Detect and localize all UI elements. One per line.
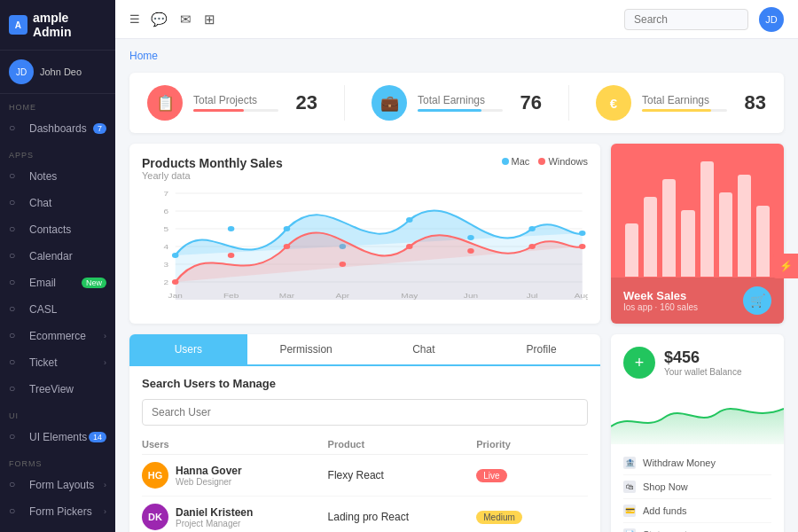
wallet-amount: $456 [664,348,741,367]
sidebar-badge-email: New [82,278,106,288]
user-priority-daniel: Medium [476,510,588,524]
menu-icon[interactable]: ☰ [129,12,140,26]
wallet-action-icon-shop: 🛍 [623,481,636,493]
sidebar-item-form-pickers[interactable]: ○Form Pickers› [0,498,115,525]
stat-earnings2-value: 83 [745,91,766,114]
sidebar-section-label-home: HOME [0,94,115,115]
sidebar-user-avatar: JD [9,59,34,84]
week-cart-button[interactable]: 🛒 [743,286,771,315]
wallet-action-shop[interactable]: 🛍Shop Now [623,475,771,499]
svg-point-21 [228,253,235,258]
svg-point-26 [528,244,536,249]
sidebar-sections: HOME○Dashboards7APPS○Notes○Chat○Contacts… [0,94,115,532]
sidebar-item-notes[interactable]: ○Notes [0,163,115,190]
sidebar-item-form-layouts[interactable]: ○Form Layouts› [0,472,115,498]
user-product-daniel: Lading pro React [328,511,477,523]
stat-earnings-label: Total Earnings [418,94,503,106]
middle-row: Products Monthly Sales Yearly data Mac W… [129,144,784,324]
ticket-icon: ○ [9,356,23,370]
week-bar-7 [756,206,770,277]
stat-total-projects: 📋 Total Projects 23 [147,85,317,121]
breadcrumb[interactable]: Home [129,50,784,62]
week-bar-4 [700,161,714,277]
svg-point-12 [172,253,179,258]
sidebar-item-casl[interactable]: ○CASL [0,296,115,323]
svg-point-17 [467,235,474,240]
svg-text:7: 7 [164,190,169,198]
svg-text:5: 5 [164,225,169,233]
user-name-hanna: Hanna Gover [176,465,242,477]
treeview-icon: ○ [9,382,23,396]
stat-earnings2-bar-fill [642,109,711,112]
search-user-input[interactable] [142,399,588,426]
search-input[interactable] [624,9,748,30]
dashboards-icon: ○ [9,121,23,136]
sidebar-arrow-ticket: › [104,358,106,367]
sidebar-item-email[interactable]: ○EmailNew [0,270,115,296]
sidebar-item-chat[interactable]: ○Chat [0,190,115,216]
sidebar-item-label-ui-elements: UI Elements [29,431,87,443]
sidebar-item-label-casl: CASL [29,303,57,316]
tab-profile[interactable]: Profile [482,334,600,364]
sidebar-item-contacts[interactable]: ○Contacts [0,216,115,243]
fab-button[interactable]: ⚡ [773,254,798,278]
week-bar-1 [644,197,657,277]
col-header-users: Users [142,439,328,450]
stat-projects-icon: 📋 [147,85,183,121]
stat-projects-label: Total Projects [193,94,278,106]
user-avatar-hanna: HG [142,462,168,489]
wallet-label: Your wallet Balance [664,367,741,377]
sidebar-item-ui-elements[interactable]: ○UI Elements14 [0,424,115,450]
sidebar-item-label-notes: Notes [29,170,57,183]
app-name: ample Admin [33,11,106,39]
wallet-action-statement[interactable]: 📄Statement [623,523,771,532]
week-bar-0 [625,223,638,277]
legend-windows: Windows [538,156,588,167]
mail-icon[interactable]: ✉ [180,12,192,27]
stat-divider-2 [568,85,569,121]
priority-badge-hanna: Live [476,469,506,482]
svg-text:Jul: Jul [527,292,538,300]
tab-permission[interactable]: Permission [247,334,365,364]
sidebar-item-dashboards[interactable]: ○Dashboards7 [0,115,115,142]
svg-text:2: 2 [164,278,169,286]
svg-point-25 [467,248,474,254]
svg-point-23 [340,262,347,267]
wallet-action-add-funds[interactable]: 💳Add funds [623,499,771,523]
stat-earnings2-info: Total Earnings [642,94,727,112]
stat-total-earnings: 💼 Total Earnings 76 [372,85,542,121]
contacts-icon: ○ [9,223,23,237]
chart-subtitle: Yearly data [142,170,283,181]
topbar-avatar[interactable]: JD [759,7,784,32]
stat-projects-bar-fill [193,109,244,112]
sidebar-item-ticket[interactable]: ○Ticket› [0,349,115,376]
grid-icon[interactable]: ⊞ [204,12,215,27]
wallet-chart [611,391,784,444]
user-info-daniel: Daniel KristeenProject Manager [176,506,253,528]
tab-users[interactable]: Users [129,334,247,364]
casl-icon: ○ [9,302,23,317]
sidebar-item-treeview[interactable]: ○TreeView [0,376,115,403]
sidebar-item-ecommerce[interactable]: ○Ecommerce› [0,323,115,349]
sidebar-section-label-apps: APPS [0,142,115,163]
chart-legend: Mac Windows [502,156,588,167]
ecommerce-icon: ○ [9,329,23,343]
week-bar-5 [719,192,732,277]
user-info-hanna: Hanna GoverWeb Designer [176,465,242,487]
tab-chat[interactable]: Chat [365,334,483,364]
sidebar-item-form-validation[interactable]: ○Form Validation [0,525,115,532]
wallet-action-withdraw[interactable]: 🏦Withdraw Money [623,451,771,475]
sidebar-item-calendar[interactable]: ○Calendar [0,243,115,270]
sidebar-badge-dashboards: 7 [93,123,106,134]
bottom-row: UsersPermissionChatProfile Search Users … [129,334,784,532]
wallet-info: $456 Your wallet Balance [664,348,741,377]
chat-icon[interactable]: 💬 [151,12,168,27]
wallet-action-icon-statement: 📄 [623,528,636,532]
svg-point-27 [579,244,586,249]
user-name-daniel: Daniel Kristeen [176,506,253,519]
sidebar-item-label-form-pickers: Form Pickers [29,505,92,518]
chart-title: Products Monthly Sales [142,156,283,170]
svg-text:3: 3 [164,261,169,269]
svg-point-24 [406,244,413,249]
col-header-product: Product [328,439,477,450]
